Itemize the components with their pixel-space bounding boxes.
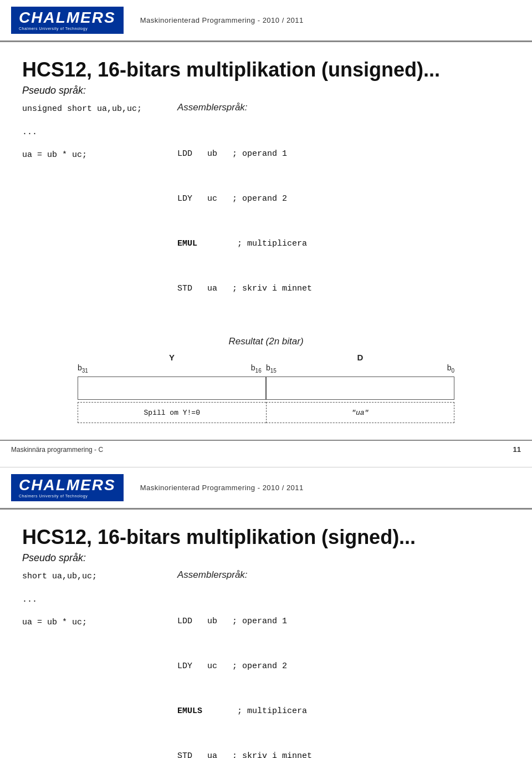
slide2-asm-table: LDD ub ; operand 1 LDY uc ; operand 2 EM… xyxy=(177,584,312,758)
logo-sub-2: Chalmers University of Technology xyxy=(19,494,88,498)
slide2-pseudo-line2: ... xyxy=(22,593,144,607)
slide1-asm-line4: STD ua ; skriv i minnet xyxy=(177,281,312,296)
slide1-cell-d xyxy=(266,377,454,400)
slide2-pseudo-line1: short ua,ub,uc; xyxy=(22,569,144,584)
slide-2: CHALMERS Chalmers University of Technolo… xyxy=(0,467,532,758)
slide2-asm-line3: EMULS ; multiplicera xyxy=(177,704,312,719)
slide1-ua-text: "ua" xyxy=(266,402,455,423)
slide1-header: CHALMERS Chalmers University of Technolo… xyxy=(0,0,532,42)
slide1-resultat: Resultat (2n bitar) xyxy=(22,336,510,347)
slide1-asm-table: LDD ub ; operand 1 LDY uc ; operand 2 EM… xyxy=(177,116,312,326)
slide1-b0: b0 xyxy=(447,363,454,374)
slide1-reg-label-row: Y D xyxy=(78,353,454,362)
logo-box-2: CHALMERS Chalmers University of Technolo… xyxy=(11,474,124,501)
slide1-pseudo-label: Pseudo språk: xyxy=(22,85,510,96)
slide1-footer-left: Maskinnära programmering - C xyxy=(11,446,103,454)
slide1-reg-y-label: Y xyxy=(78,353,266,362)
slide2-asm-label: Assemblerspråk: xyxy=(177,569,312,581)
slide2-assembler: Assemblerspråk: LDD ub ; operand 1 LDY u… xyxy=(177,569,312,758)
slide1-bit-labels: b31 b16 b15 b0 xyxy=(78,363,454,375)
logo-text-1: CHALMERS xyxy=(19,10,116,26)
slide1-b16: b16 xyxy=(251,363,262,374)
slide2-pseudo-line3: ua = ub * uc; xyxy=(22,615,144,630)
slide2-pseudo-label: Pseudo språk: xyxy=(22,552,510,564)
slide2-asm-line1: LDD ub ; operand 1 xyxy=(177,614,312,629)
slide1-asm-line3: EMUL ; multiplicera xyxy=(177,236,312,251)
slide1-footer-page: 11 xyxy=(513,445,521,454)
slide1-asm-line1: LDD ub ; operand 1 xyxy=(177,146,312,161)
slide2-title: HCS12, 16-bitars multiplikation (signed)… xyxy=(22,525,510,549)
slide1-b15: b15 xyxy=(266,363,277,374)
logo-text-2: CHALMERS xyxy=(19,477,116,493)
slide2-content: HCS12, 16-bitars multiplikation (signed)… xyxy=(0,510,532,758)
slide1-two-col: unsigned short ua,ub,uc; ... ua = ub * u… xyxy=(22,102,510,326)
slide1-cell-y xyxy=(78,377,266,400)
slide1-pseudo-line3: ua = ub * uc; xyxy=(22,148,144,162)
slide1-b31: b31 xyxy=(78,363,88,374)
logo-sub-1: Chalmers University of Technology xyxy=(19,27,88,30)
slide1-reg-d-label: D xyxy=(266,353,454,362)
header-title-2: Maskinorienterad Programmering - 2010 / … xyxy=(140,484,304,492)
logo-box-1: CHALMERS Chalmers University of Technolo… xyxy=(11,7,124,34)
slide1-title: HCS12, 16-bitars multiplikation (unsigne… xyxy=(22,58,510,82)
slide1-spill-text: Spill om Y!=0 xyxy=(78,402,266,423)
slide1-asm-line2: LDY uc ; operand 2 xyxy=(177,191,312,206)
slide2-asm-line2: LDY uc ; operand 2 xyxy=(177,659,312,674)
slide1-pseudo-line1: unsigned short ua,ub,uc; xyxy=(22,102,144,116)
slide2-header: CHALMERS Chalmers University of Technolo… xyxy=(0,467,532,510)
slide1-assembler: Assemblerspråk: LDD ub ; operand 1 LDY u… xyxy=(177,102,312,326)
slide1-reg-diagram: Y D b31 b16 b15 b0 Spill om Y!=0 "ua" xyxy=(78,353,454,423)
slide1-spill-row: Spill om Y!=0 "ua" xyxy=(78,402,454,423)
slide1-reg-row xyxy=(78,377,454,400)
slide1-asm-label: Assemblerspråk: xyxy=(177,102,312,113)
slide2-two-col: short ua,ub,uc; ... ua = ub * uc; Assemb… xyxy=(22,569,510,758)
slide1-content: HCS12, 16-bitars multiplikation (unsigne… xyxy=(0,42,532,434)
slide-1: CHALMERS Chalmers University of Technolo… xyxy=(0,0,532,467)
header-title-1: Maskinorienterad Programmering - 2010 / … xyxy=(140,16,304,24)
slide2-pseudo-code: short ua,ub,uc; ... ua = ub * uc; xyxy=(22,569,144,639)
slide1-pseudo-line2: ... xyxy=(22,125,144,140)
slide1-pseudo-code: unsigned short ua,ub,uc; ... ua = ub * u… xyxy=(22,102,144,171)
slide2-asm-line4: STD ua ; skriv i minnet xyxy=(177,749,312,758)
slide1-footer: Maskinnära programmering - C 11 xyxy=(0,440,532,456)
